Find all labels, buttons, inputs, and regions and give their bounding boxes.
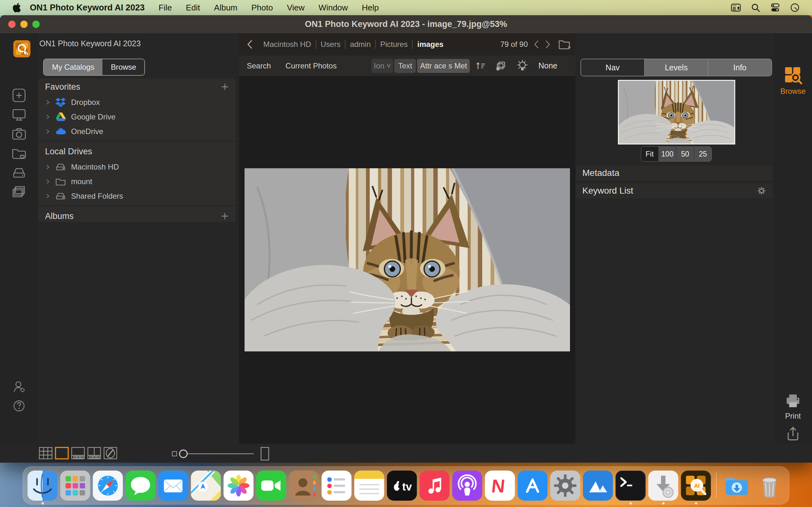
- next-photo-icon[interactable]: [545, 40, 551, 49]
- albums-icon[interactable]: [12, 185, 26, 199]
- dock-reminders-icon[interactable]: [322, 470, 352, 501]
- batch-settings-icon[interactable]: [495, 60, 507, 72]
- dock-apple-tv-icon[interactable]: tv: [387, 470, 417, 501]
- tab-info[interactable]: Info: [708, 59, 771, 76]
- crumb-macintosh-hd[interactable]: Macintosh HD: [259, 40, 316, 49]
- dock-contacts-icon[interactable]: [289, 470, 319, 501]
- help-icon[interactable]: [12, 399, 26, 412]
- menu-file[interactable]: File: [159, 3, 172, 13]
- add-album-icon[interactable]: [221, 212, 229, 220]
- add-catalog-icon[interactable]: [12, 89, 26, 102]
- sidebar-item-google-drive[interactable]: Google Drive: [38, 110, 236, 124]
- close-button[interactable]: [8, 20, 15, 28]
- minimize-button[interactable]: [20, 20, 28, 28]
- zoom-fit-button[interactable]: Fit: [641, 147, 659, 161]
- tab-levels[interactable]: Levels: [645, 59, 709, 76]
- dock-downloads-icon[interactable]: [722, 470, 752, 501]
- dock-facetime-icon[interactable]: [256, 470, 287, 501]
- sidebar-item-shared-folders[interactable]: Shared Folders: [38, 189, 236, 204]
- crumb-admin[interactable]: admin: [345, 40, 375, 49]
- filter-chip-attributes-faces-metadata[interactable]: Attr ace s Met: [417, 59, 470, 73]
- zoom-100-button[interactable]: 100: [659, 147, 676, 161]
- favorite-folder-icon[interactable]: [12, 147, 26, 160]
- desktop-icon[interactable]: [12, 108, 26, 121]
- keyboard-switcher-icon[interactable]: [731, 3, 741, 12]
- dock-mail-icon[interactable]: [158, 470, 189, 501]
- dock-finder-icon[interactable]: [28, 470, 58, 501]
- account-icon[interactable]: [12, 380, 26, 394]
- menubar-app-name[interactable]: ON1 Photo Keyword AI 2023: [30, 3, 145, 13]
- compare-view-icon[interactable]: [87, 447, 101, 460]
- crumb-images-current[interactable]: images: [413, 40, 448, 49]
- nav-preview-thumbnail[interactable]: [618, 80, 735, 145]
- metadata-section-header[interactable]: Metadata: [576, 165, 773, 181]
- dock-podcasts-icon[interactable]: [452, 470, 483, 501]
- menu-edit[interactable]: Edit: [186, 3, 200, 13]
- photo-image[interactable]: [245, 168, 570, 351]
- dock-terminal-icon[interactable]: [616, 470, 646, 501]
- add-folder-icon[interactable]: [558, 39, 571, 50]
- ai-mode-value[interactable]: None: [538, 61, 557, 70]
- control-center-icon[interactable]: [770, 3, 780, 12]
- thumbnail-size-slider[interactable]: [171, 447, 270, 461]
- dock-launchpad-icon[interactable]: [60, 470, 90, 501]
- dock-news-icon[interactable]: N: [485, 470, 515, 501]
- zoom-25-button[interactable]: 25: [694, 147, 711, 161]
- sort-icon[interactable]: [475, 60, 486, 72]
- apple-menu-icon[interactable]: [13, 3, 21, 12]
- module-browse[interactable]: Browse: [774, 66, 812, 96]
- photo-view-icon[interactable]: [55, 447, 69, 460]
- module-print[interactable]: Print: [774, 393, 812, 420]
- dock-messages-icon[interactable]: [125, 470, 156, 501]
- dock-maps-icon[interactable]: [191, 470, 221, 501]
- tab-browse[interactable]: Browse: [102, 59, 144, 75]
- back-icon[interactable]: [246, 40, 253, 49]
- menu-help[interactable]: Help: [362, 3, 379, 13]
- ai-suggest-icon[interactable]: [515, 59, 529, 73]
- dock-system-settings-icon[interactable]: [550, 470, 580, 501]
- search-label[interactable]: Search: [247, 61, 271, 70]
- dock-safari-icon[interactable]: [93, 470, 123, 501]
- sidebar-item-macintosh-hd[interactable]: Macintosh HD: [38, 160, 236, 174]
- filter-chip-location[interactable]: Ion ˅: [371, 59, 393, 73]
- tab-nav[interactable]: Nav: [581, 59, 645, 76]
- menu-album[interactable]: Album: [214, 3, 238, 13]
- sidebar-item-onedrive[interactable]: OneDrive: [38, 124, 236, 139]
- add-favorite-icon[interactable]: [221, 83, 229, 91]
- zoom-50-button[interactable]: 50: [676, 147, 694, 161]
- scope-current-photos[interactable]: Current Photos: [286, 61, 337, 70]
- local-drives-icon[interactable]: [12, 166, 26, 179]
- sidebar-item-dropbox[interactable]: Dropbox: [38, 95, 236, 110]
- dock-trash-icon[interactable]: [755, 470, 785, 501]
- dock-photos-icon[interactable]: [223, 470, 254, 501]
- keyword-settings-gear-icon[interactable]: [757, 186, 766, 195]
- crumb-pictures[interactable]: Pictures: [376, 40, 413, 49]
- previous-photo-icon[interactable]: [534, 40, 539, 49]
- dock-on1-photo-keyword-ai-icon[interactable]: AI: [681, 470, 711, 501]
- filmstrip-view-icon[interactable]: [71, 447, 85, 460]
- menu-photo[interactable]: Photo: [252, 3, 273, 13]
- dock-disk-installer-icon[interactable]: [648, 470, 678, 501]
- keyword-list-section-header[interactable]: Keyword List: [576, 183, 773, 199]
- dock-on1-photo-icon[interactable]: [583, 470, 613, 501]
- section-favorites[interactable]: Favorites: [38, 78, 236, 95]
- sidebar-item-mount[interactable]: mount: [38, 174, 236, 189]
- section-local-drives[interactable]: Local Drives: [38, 143, 236, 160]
- zoom-button[interactable]: [32, 20, 40, 28]
- filter-chip-text[interactable]: Text: [394, 59, 416, 73]
- crumb-users[interactable]: Users: [316, 40, 346, 49]
- menu-view[interactable]: View: [287, 3, 305, 13]
- grid-view-icon[interactable]: [38, 447, 53, 460]
- menu-window[interactable]: Window: [318, 3, 348, 13]
- slider-track[interactable]: [177, 447, 260, 460]
- title-bar[interactable]: ON1 Photo Keyword AI 2023 - image_79.jpg…: [0, 15, 812, 33]
- tab-my-catalogs[interactable]: My Catalogs: [44, 59, 102, 75]
- map-view-icon[interactable]: [103, 447, 118, 460]
- clock-icon[interactable]: [790, 3, 800, 12]
- section-albums[interactable]: Albums: [38, 208, 236, 222]
- camera-icon[interactable]: [12, 127, 26, 141]
- search-icon[interactable]: [751, 3, 761, 12]
- dock-music-icon[interactable]: [420, 470, 450, 501]
- dock-app-store-icon[interactable]: [518, 470, 548, 501]
- dock-notes-icon[interactable]: [354, 470, 385, 501]
